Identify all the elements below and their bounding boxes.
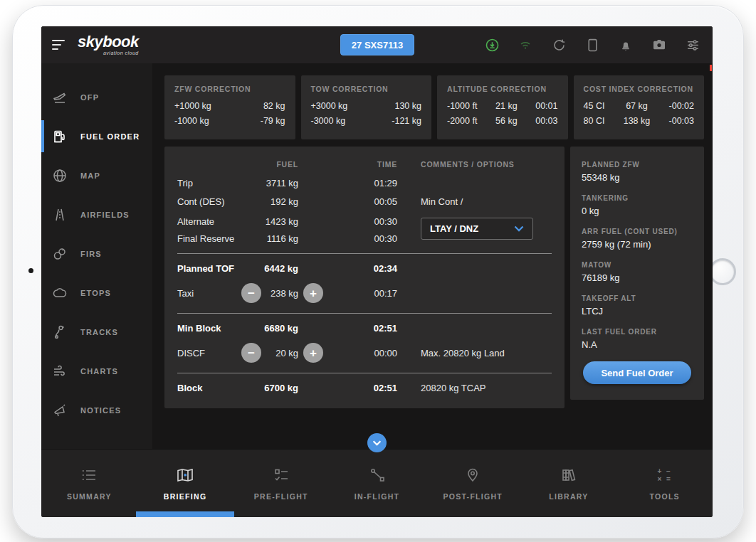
- wind-icon: [51, 363, 68, 380]
- card-title: TOW CORRECTION: [311, 85, 422, 93]
- summary-value: 2759 kg (72 min): [582, 239, 693, 250]
- runway-icon: [51, 206, 68, 223]
- chevron-down-icon: [372, 440, 382, 446]
- collapse-panel-button[interactable]: [367, 433, 387, 452]
- correction-row: -1000 ft 21 kg 00:01: [447, 101, 558, 111]
- fuel-order-main-row: FUEL TIME COMMENTS / OPTIONS Trip 3711 k…: [164, 147, 704, 408]
- time-value: 00:00: [328, 348, 397, 358]
- wifi-status-icon[interactable]: [518, 38, 532, 52]
- correction-input: +1000 kg: [174, 101, 211, 111]
- alternate-dropdown[interactable]: LTAY / DNZ: [421, 218, 533, 240]
- app-logo: skybook aviation cloud: [78, 34, 139, 55]
- correction-row: -3000 kg -121 kg: [311, 116, 422, 126]
- tow-correction-card: TOW CORRECTION +3000 kg 130 kg -3000 kg …: [301, 75, 432, 139]
- download-status-icon[interactable]: [485, 38, 499, 52]
- discf-decrease-button[interactable]: −: [241, 343, 261, 363]
- books-icon: [560, 467, 577, 484]
- row-label: Block: [177, 383, 236, 393]
- fuel-pump-icon: [51, 128, 68, 145]
- list-icon: [80, 467, 98, 484]
- fuel-value: 3711 kg: [266, 178, 298, 188]
- fuel-column-header: FUEL: [236, 160, 298, 169]
- sidebar-item-label: CHARTS: [80, 367, 118, 376]
- summary-value: N.A: [582, 339, 693, 350]
- sync-button[interactable]: [552, 38, 566, 52]
- logo-text: skybook: [78, 34, 139, 50]
- correction-row: +3000 kg 130 kg: [311, 101, 422, 111]
- fuel-row-alternate: Alternate 1423 kg 00:30 LTAY / DNZ: [177, 211, 552, 229]
- nav-label: TOOLS: [649, 492, 679, 501]
- nav-label: POST-FLIGHT: [443, 492, 503, 501]
- plane-takeoff-icon: [51, 89, 68, 106]
- card-title: ZFW CORRECTION: [174, 85, 285, 93]
- sidebar-item-charts[interactable]: CHARTS: [41, 351, 152, 390]
- correction-input: +3000 kg: [311, 101, 348, 111]
- comments-column-header: COMMENTS / OPTIONS: [397, 160, 552, 169]
- fuel-row-cont: Cont (DES) 192 kg 00:05 Min Cont /: [177, 192, 552, 211]
- calculator-icon: + −× =: [657, 467, 671, 484]
- fuel-row-block: Block 6700 kg 02:51 20820 kg TCAP: [177, 373, 552, 398]
- correction-time: 00:03: [535, 116, 557, 126]
- nav-item-summary[interactable]: SUMMARY: [41, 450, 137, 517]
- nav-item-tools[interactable]: + −× = TOOLS: [616, 450, 713, 517]
- correction-value: -121 kg: [392, 116, 421, 126]
- sidebar-item-airfields[interactable]: AIRFIELDS: [41, 195, 152, 234]
- settings-button[interactable]: [686, 38, 700, 52]
- summary-value: 76189 kg: [582, 272, 693, 283]
- device-button[interactable]: [585, 38, 599, 52]
- nav-item-pre-flight[interactable]: PRE-FLIGHT: [233, 450, 329, 517]
- fuel-value: 6442 kg: [264, 263, 298, 274]
- main-area: OFP FUEL ORDER MAP: [41, 63, 713, 449]
- camera-button[interactable]: [652, 38, 666, 52]
- front-camera: [28, 268, 33, 273]
- send-fuel-order-button[interactable]: Send Fuel Order: [583, 361, 691, 384]
- sidebar-item-label: FUEL ORDER: [80, 132, 140, 141]
- nav-label: SUMMARY: [67, 492, 112, 501]
- download-icon: [485, 38, 499, 52]
- correction-input: 45 CI: [584, 101, 605, 111]
- row-comment: Min Cont /: [397, 196, 552, 207]
- summary-item-planned-zfw: PLANNED ZFW 55348 kg: [582, 161, 693, 183]
- nav-item-post-flight[interactable]: POST-FLIGHT: [425, 450, 521, 517]
- sidebar-item-label: ETOPS: [80, 289, 111, 297]
- nav-item-library[interactable]: LIBRARY: [521, 450, 617, 517]
- flight-number-button[interactable]: 27 SXS7113: [340, 34, 414, 55]
- sidebar-item-tracks[interactable]: TRACKS: [41, 312, 152, 351]
- time-value: 00:05: [328, 196, 397, 207]
- row-comment: Max. 20820 kg Land: [397, 348, 552, 358]
- taxi-increase-button[interactable]: +: [303, 283, 323, 303]
- correction-input: -2000 ft: [447, 116, 477, 126]
- altitude-correction-card: ALTITUDE CORRECTION -1000 ft 21 kg 00:01…: [437, 75, 568, 139]
- sidebar-item-label: FIRS: [80, 250, 102, 258]
- discf-increase-button[interactable]: +: [303, 343, 323, 363]
- sidebar-item-label: TRACKS: [80, 328, 118, 336]
- sidebar-item-firs[interactable]: FIRS: [41, 234, 152, 273]
- correction-value: 82 kg: [263, 101, 285, 111]
- summary-item-arr-fuel: ARR FUEL (CONT USED) 2759 kg (72 min): [582, 228, 693, 250]
- nav-item-in-flight[interactable]: IN-FLIGHT: [329, 450, 425, 517]
- menu-icon[interactable]: [52, 37, 68, 53]
- correction-value: 21 kg: [495, 101, 518, 111]
- correction-time: -00:03: [669, 116, 694, 126]
- fuel-row-taxi: Taxi − 238 kg + 00:17: [177, 279, 552, 307]
- taxi-decrease-button[interactable]: −: [241, 283, 261, 303]
- sidebar-item-map[interactable]: MAP: [41, 156, 152, 195]
- sidebar-item-notices[interactable]: NOTICES: [41, 390, 152, 430]
- summary-item-last-fuel-order: LAST FUEL ORDER N.A: [582, 328, 693, 350]
- home-button[interactable]: [709, 258, 736, 285]
- etops-rings-icon: [51, 285, 68, 302]
- fuel-value: 1116 kg: [267, 233, 298, 244]
- topbar-icon-group: [485, 26, 700, 63]
- time-value: 02:51: [328, 323, 397, 334]
- sidebar-item-etops[interactable]: ETOPS: [41, 273, 152, 312]
- nav-item-briefing[interactable]: BRIEFING: [137, 450, 233, 517]
- sidebar-item-fuel-order[interactable]: FUEL ORDER: [41, 117, 152, 156]
- sidebar-item-ofp[interactable]: OFP: [41, 78, 152, 117]
- globe-icon: [51, 167, 68, 184]
- sidebar-item-label: MAP: [80, 171, 100, 180]
- notifications-button[interactable]: [619, 38, 633, 52]
- wifi-icon: [518, 38, 532, 51]
- correction-time: -00:02: [669, 101, 694, 111]
- time-value: 01:29: [328, 178, 397, 188]
- dropdown-value: LTAY / DNZ: [430, 223, 478, 234]
